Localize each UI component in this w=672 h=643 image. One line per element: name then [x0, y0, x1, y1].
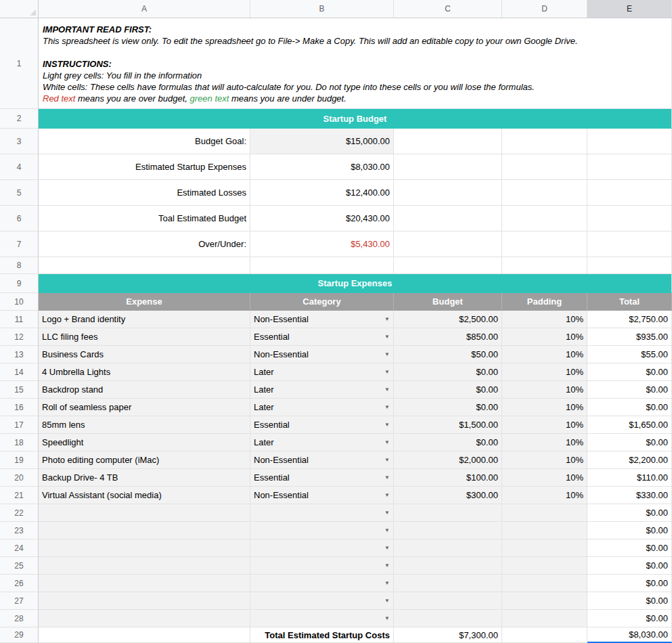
total-cell[interactable]: $0.00: [587, 592, 672, 610]
budget-goal-value-cell[interactable]: $15,000.00: [250, 129, 394, 154]
total-cell[interactable]: $0.00: [587, 575, 672, 592]
category-cell[interactable]: ▼: [250, 610, 394, 627]
total-cell[interactable]: $55.00: [587, 346, 672, 363]
dropdown-arrow-icon[interactable]: ▼: [384, 598, 390, 604]
expense-name-cell[interactable]: [39, 539, 250, 557]
padding-cell[interactable]: 10%: [502, 399, 587, 416]
total-cell[interactable]: $935.00: [587, 328, 672, 346]
padding-cell[interactable]: 10%: [502, 311, 587, 328]
column-header-c[interactable]: C: [394, 0, 502, 18]
empty-cell[interactable]: [502, 231, 587, 257]
total-costs-label-cell[interactable]: Total Estimated Startup Costs: [250, 627, 394, 643]
row-header-7[interactable]: 7: [0, 231, 39, 257]
dropdown-arrow-icon[interactable]: ▼: [384, 369, 390, 375]
empty-cell[interactable]: [502, 257, 587, 274]
row-header-5[interactable]: 5: [0, 180, 39, 206]
header-padding[interactable]: Padding: [502, 293, 587, 311]
category-cell[interactable]: ▼: [250, 592, 394, 610]
padding-cell[interactable]: [502, 592, 587, 610]
column-header-d[interactable]: D: [502, 0, 587, 18]
total-cell[interactable]: $110.00: [587, 469, 672, 487]
estimated-expenses-value-cell[interactable]: $8,030.00: [250, 154, 394, 180]
expense-name-cell[interactable]: [39, 575, 250, 592]
budget-cell[interactable]: $2,000.00: [394, 451, 502, 469]
row-header-25[interactable]: 25: [0, 557, 39, 575]
dropdown-arrow-icon[interactable]: ▼: [384, 386, 390, 393]
padding-cell[interactable]: 10%: [502, 487, 587, 504]
row-header-2[interactable]: 2: [0, 109, 39, 129]
header-expense[interactable]: Expense: [39, 293, 250, 311]
category-cell[interactable]: Non-Essential▼: [250, 487, 394, 504]
dropdown-arrow-icon[interactable]: ▼: [384, 351, 390, 357]
total-cell[interactable]: $0.00: [587, 363, 672, 381]
estimated-expenses-label-cell[interactable]: Estimated Startup Expenses: [39, 154, 250, 180]
expense-name-cell[interactable]: LLC filing fees: [39, 328, 250, 346]
category-cell[interactable]: Non-Essential▼: [250, 311, 394, 328]
column-header-b[interactable]: B: [250, 0, 394, 18]
empty-cell[interactable]: [39, 627, 250, 643]
category-cell[interactable]: ▼: [250, 575, 394, 592]
empty-cell[interactable]: [502, 180, 587, 206]
padding-cell[interactable]: [502, 610, 587, 627]
padding-cell[interactable]: 10%: [502, 451, 587, 469]
expense-name-cell[interactable]: [39, 522, 250, 539]
dropdown-arrow-icon[interactable]: ▼: [384, 615, 390, 621]
row-header-20[interactable]: 20: [0, 469, 39, 487]
total-cell[interactable]: $0.00: [587, 504, 672, 522]
expense-name-cell[interactable]: [39, 592, 250, 610]
padding-cell[interactable]: 10%: [502, 346, 587, 363]
expense-name-cell[interactable]: Backdrop stand: [39, 381, 250, 399]
expense-name-cell[interactable]: Roll of seamless paper: [39, 399, 250, 416]
row-header-28[interactable]: 28: [0, 610, 39, 627]
over-under-value-cell[interactable]: $5,430.00: [250, 231, 394, 257]
instructions-cell[interactable]: IMPORTANT READ FIRST: This spreadsheet i…: [39, 18, 672, 109]
total-cell[interactable]: $330.00: [587, 487, 672, 504]
row-header-21[interactable]: 21: [0, 487, 39, 504]
row-header-13[interactable]: 13: [0, 346, 39, 363]
category-cell[interactable]: ▼: [250, 522, 394, 539]
expense-name-cell[interactable]: Speedlight: [39, 434, 250, 451]
empty-cell[interactable]: [394, 180, 502, 206]
empty-cell[interactable]: [394, 206, 502, 231]
total-estimated-budget-label-cell[interactable]: Toal Estimated Budget: [39, 206, 250, 231]
total-cell[interactable]: $0.00: [587, 610, 672, 627]
expense-name-cell[interactable]: [39, 504, 250, 522]
category-cell[interactable]: Non-Essential▼: [250, 451, 394, 469]
budget-cell[interactable]: $0.00: [394, 434, 502, 451]
dropdown-arrow-icon[interactable]: ▼: [384, 316, 390, 322]
total-budget-cell[interactable]: $7,300.00: [394, 627, 502, 643]
row-header-19[interactable]: 19: [0, 451, 39, 469]
budget-cell[interactable]: $850.00: [394, 328, 502, 346]
padding-cell[interactable]: 10%: [502, 328, 587, 346]
total-cell[interactable]: $2,750.00: [587, 311, 672, 328]
dropdown-arrow-icon[interactable]: ▼: [384, 527, 390, 533]
over-under-label-cell[interactable]: Over/Under:: [39, 231, 250, 257]
category-cell[interactable]: Later▼: [250, 434, 394, 451]
dropdown-arrow-icon[interactable]: ▼: [384, 457, 390, 463]
padding-cell[interactable]: [502, 539, 587, 557]
category-cell[interactable]: Essential▼: [250, 416, 394, 434]
empty-cell[interactable]: [394, 154, 502, 180]
row-header-16[interactable]: 16: [0, 399, 39, 416]
expense-name-cell[interactable]: Logo + Brand identity: [39, 311, 250, 328]
row-header-24[interactable]: 24: [0, 539, 39, 557]
empty-cell[interactable]: [394, 129, 502, 154]
startup-budget-banner[interactable]: Startup Budget: [39, 109, 672, 129]
row-header-17[interactable]: 17: [0, 416, 39, 434]
startup-expenses-banner[interactable]: Startup Expenses: [39, 274, 672, 293]
estimated-losses-value-cell[interactable]: $12,400.00: [250, 180, 394, 206]
row-header-23[interactable]: 23: [0, 522, 39, 539]
total-cell[interactable]: $0.00: [587, 381, 672, 399]
budget-cell[interactable]: $50.00: [394, 346, 502, 363]
row-header-18[interactable]: 18: [0, 434, 39, 451]
padding-cell[interactable]: 10%: [502, 381, 587, 399]
select-all-corner[interactable]: [0, 0, 39, 18]
total-cell[interactable]: $0.00: [587, 557, 672, 575]
budget-cell[interactable]: [394, 522, 502, 539]
header-total[interactable]: Total: [587, 293, 672, 311]
budget-cell[interactable]: [394, 504, 502, 522]
budget-cell[interactable]: $2,500.00: [394, 311, 502, 328]
budget-cell[interactable]: [394, 575, 502, 592]
padding-cell[interactable]: [502, 522, 587, 539]
row-header-1[interactable]: 1: [0, 18, 39, 109]
